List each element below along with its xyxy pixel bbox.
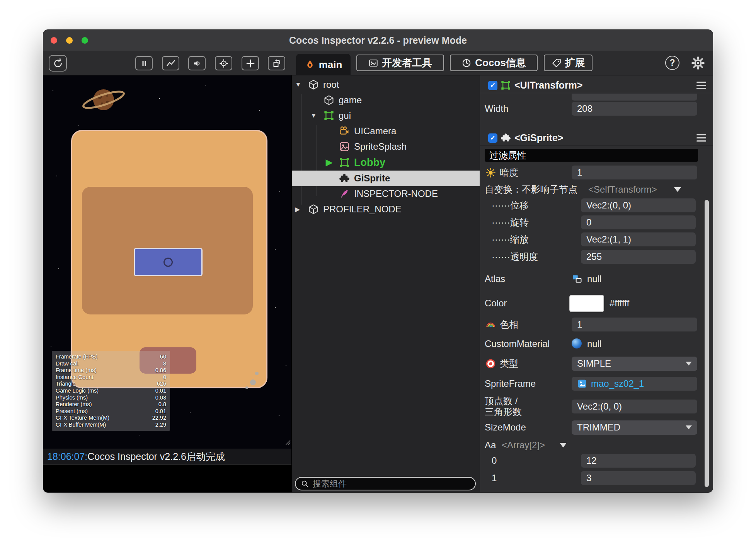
app-window: Cocos Inspector v2.2.6 - preview Mode ma… bbox=[43, 30, 713, 492]
vertex-row: 顶点数 / 三角形数 Vec2:(0, 0) bbox=[480, 395, 713, 418]
bubble-decoration bbox=[250, 379, 256, 385]
tab-devtools[interactable]: 开发者工具 bbox=[356, 55, 444, 71]
gear-icon bbox=[691, 56, 705, 70]
sizemode-select[interactable]: TRIMMED bbox=[572, 420, 697, 435]
pause-button[interactable] bbox=[135, 56, 153, 70]
atlas-value[interactable]: null bbox=[587, 273, 601, 284]
inspector-panel: ✓ <UITransform> Width 208 ✓ <GiSprite> bbox=[480, 75, 713, 492]
chevron-down-icon[interactable] bbox=[560, 443, 567, 448]
stats-value: 60 bbox=[160, 354, 166, 360]
refresh-button[interactable] bbox=[49, 55, 67, 72]
resize-handle[interactable] bbox=[284, 438, 291, 445]
color-swatch[interactable] bbox=[569, 295, 604, 312]
stats-row: Triangle626 bbox=[56, 381, 166, 388]
darkness-input[interactable]: 1 bbox=[572, 166, 697, 179]
tree-row-gui[interactable]: ▼ gui bbox=[292, 108, 480, 123]
position-input[interactable]: Vec2:(0, 0) bbox=[581, 198, 696, 212]
expand-icon[interactable]: ▼ bbox=[295, 81, 308, 89]
minimize-button[interactable] bbox=[66, 37, 73, 44]
scrollbar-thumb[interactable] bbox=[705, 200, 709, 487]
tab-main[interactable]: main bbox=[296, 54, 351, 75]
cube-icon bbox=[308, 79, 319, 90]
tree-row-uicamera[interactable]: UICamera bbox=[292, 123, 480, 139]
spriteframe-input[interactable]: mao_sz02_1 bbox=[572, 377, 697, 391]
material-value[interactable]: null bbox=[587, 338, 601, 349]
tab-cocos-info[interactable]: Cocos信息 bbox=[450, 55, 538, 71]
darkness-row: 暗度 1 bbox=[480, 166, 713, 179]
game-blue-button[interactable] bbox=[134, 248, 203, 276]
close-button[interactable] bbox=[51, 37, 57, 44]
stats-label: Triangle bbox=[56, 381, 76, 388]
tree-row-profiler-node[interactable]: ▶ PROFILER_NODE bbox=[292, 202, 480, 217]
rotate-icon bbox=[272, 59, 281, 68]
tree-row-lobby[interactable]: ▶ Lobby bbox=[292, 154, 480, 171]
hue-input[interactable]: 1 bbox=[572, 318, 697, 331]
help-button[interactable]: ? bbox=[665, 56, 679, 70]
content-area: Framerate (FPS)60 Draw call8 Frame time … bbox=[43, 75, 713, 492]
selftransform-type: <SelfTransform> bbox=[588, 184, 657, 195]
tab-main-label: main bbox=[319, 59, 342, 71]
array-item-input[interactable]: 12 bbox=[581, 454, 696, 468]
stats-row: GFX Buffer Mem(M)2.29 bbox=[56, 422, 166, 429]
search-input[interactable] bbox=[313, 479, 470, 489]
scale-input[interactable]: Vec2:(1, 1) bbox=[581, 232, 696, 246]
settings-button[interactable] bbox=[690, 55, 707, 72]
opacity-input[interactable]: 255 bbox=[581, 250, 696, 264]
array-item-label: 1 bbox=[492, 473, 497, 483]
expand-icon[interactable]: ▶ bbox=[295, 205, 308, 214]
component-checkbox[interactable]: ✓ bbox=[488, 81, 497, 90]
flame-icon bbox=[305, 59, 315, 70]
array-row: Aa <Array[2]> bbox=[480, 438, 713, 452]
chevron-down-icon bbox=[686, 362, 692, 366]
cube-icon bbox=[324, 95, 334, 106]
type-row: 类型 SIMPLE bbox=[480, 356, 713, 371]
clock-icon bbox=[461, 58, 472, 68]
stats-value: 0.01 bbox=[155, 388, 166, 395]
profiler-button[interactable] bbox=[162, 56, 179, 70]
tree-row-spritesplash[interactable]: SpriteSplash bbox=[292, 139, 480, 154]
zoom-button[interactable] bbox=[82, 37, 88, 44]
stats-row: Game Logic (ms)0.01 bbox=[56, 388, 166, 395]
tree-row-root[interactable]: ▼ root bbox=[292, 77, 480, 92]
spriteframe-value: mao_sz02_1 bbox=[591, 378, 644, 389]
material-row: CustomMaterial null bbox=[480, 336, 713, 351]
sizemode-label: SizeMode bbox=[485, 422, 526, 433]
rotate-button[interactable] bbox=[268, 56, 285, 70]
type-select[interactable]: SIMPLE bbox=[572, 357, 697, 371]
frame-icon bbox=[339, 157, 350, 168]
game-view[interactable]: Framerate (FPS)60 Draw call8 Frame time … bbox=[43, 75, 291, 449]
move-button[interactable] bbox=[242, 56, 259, 70]
frame-icon bbox=[324, 110, 334, 121]
tree-row-game[interactable]: game bbox=[292, 92, 480, 108]
window-controls bbox=[51, 30, 88, 51]
pick-node-button[interactable] bbox=[215, 56, 232, 70]
menu-icon[interactable] bbox=[696, 82, 706, 89]
chevron-down-icon[interactable] bbox=[674, 187, 681, 192]
window-title: Cocos Inspector v2.2.6 - preview Mode bbox=[289, 35, 467, 46]
node-label: Lobby bbox=[354, 157, 385, 169]
sun-icon bbox=[485, 167, 496, 178]
rotation-input[interactable]: 0 bbox=[581, 215, 696, 229]
log-time: 18:06:07: bbox=[47, 451, 87, 462]
tab-extensions[interactable]: 扩展 bbox=[544, 55, 593, 71]
menu-icon[interactable] bbox=[696, 134, 706, 142]
expand-icon[interactable]: ▼ bbox=[310, 112, 324, 120]
tree-row-gisprite[interactable]: GiSprite bbox=[292, 171, 480, 186]
bubble-decoration bbox=[255, 372, 259, 375]
stats-label: Physics (ms) bbox=[56, 395, 88, 401]
component-header-gisprite: ✓ <GiSprite> bbox=[480, 130, 713, 146]
cube-icon bbox=[308, 204, 319, 215]
spriteframe-row: SpriteFrame mao_sz02_1 bbox=[480, 376, 713, 391]
array-item-input[interactable]: 3 bbox=[581, 471, 696, 485]
filter-input[interactable] bbox=[485, 149, 698, 162]
vertex-input[interactable]: Vec2:(0, 0) bbox=[572, 400, 697, 413]
audio-button[interactable] bbox=[188, 56, 206, 70]
width-input[interactable]: 208 bbox=[572, 102, 697, 116]
rainbow-icon bbox=[485, 319, 496, 330]
rotation-row: ······旋转 0 bbox=[480, 215, 713, 229]
spriteframe-label: SpriteFrame bbox=[485, 378, 536, 389]
atlas-icon bbox=[572, 273, 582, 284]
component-checkbox[interactable]: ✓ bbox=[488, 133, 497, 143]
search-box[interactable] bbox=[295, 477, 476, 490]
tree-row-inspector-node[interactable]: INSPECTOR-NODE bbox=[292, 186, 480, 202]
